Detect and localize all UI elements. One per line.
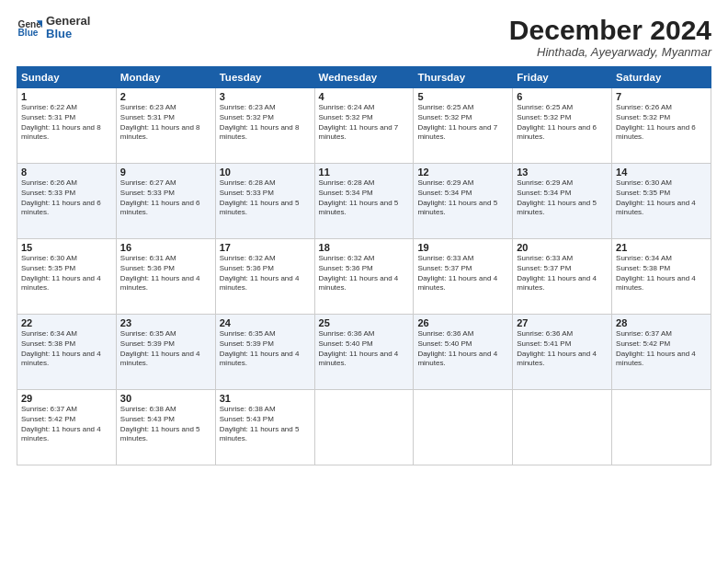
daylight-label: Daylight: 11 hours and 4 minutes. — [616, 274, 696, 293]
day-cell: 14Sunrise: 6:30 AMSunset: 5:35 PMDayligh… — [612, 164, 711, 239]
day-cell: 9Sunrise: 6:27 AMSunset: 5:33 PMDaylight… — [116, 164, 215, 239]
daylight-label: Daylight: 11 hours and 5 minutes. — [220, 425, 300, 443]
logo: General Blue General Blue — [17, 15, 90, 41]
daylight-label: Daylight: 11 hours and 4 minutes. — [616, 199, 696, 217]
week-row-2: 8Sunrise: 6:26 AMSunset: 5:33 PMDaylight… — [17, 164, 711, 239]
location-subtitle: Hinthada, Ayeyarwady, Myanmar — [509, 45, 711, 59]
day-content: Sunrise: 6:25 AMSunset: 5:32 PMDaylight:… — [417, 103, 508, 143]
sunrise-label: Sunrise: 6:33 AM — [417, 254, 473, 262]
sunrise-label: Sunrise: 6:26 AM — [616, 103, 672, 111]
day-cell: 8Sunrise: 6:26 AMSunset: 5:33 PMDaylight… — [17, 164, 117, 239]
day-cell: 15Sunrise: 6:30 AMSunset: 5:35 PMDayligh… — [17, 239, 117, 315]
daylight-label: Daylight: 11 hours and 4 minutes. — [120, 274, 200, 293]
month-title: December 2024 — [509, 15, 711, 45]
day-cell: 19Sunrise: 6:33 AMSunset: 5:37 PMDayligh… — [414, 239, 513, 315]
sunset-label: Sunset: 5:36 PM — [319, 264, 373, 272]
daylight-label: Daylight: 11 hours and 4 minutes. — [517, 274, 597, 293]
day-cell: 24Sunrise: 6:35 AMSunset: 5:39 PMDayligh… — [215, 315, 314, 390]
daylight-label: Daylight: 11 hours and 6 minutes. — [517, 123, 597, 142]
sunrise-label: Sunrise: 6:25 AM — [417, 103, 473, 111]
day-cell: 1Sunrise: 6:22 AMSunset: 5:31 PMDaylight… — [17, 88, 117, 164]
sunset-label: Sunset: 5:36 PM — [220, 264, 274, 272]
daylight-label: Daylight: 11 hours and 5 minutes. — [517, 199, 597, 217]
day-number: 5 — [417, 91, 508, 102]
day-content: Sunrise: 6:35 AMSunset: 5:39 PMDaylight:… — [120, 329, 211, 369]
sunrise-label: Sunrise: 6:29 AM — [417, 178, 473, 187]
sunrise-label: Sunrise: 6:23 AM — [220, 103, 276, 111]
day-content: Sunrise: 6:36 AMSunset: 5:40 PMDaylight:… — [319, 329, 410, 369]
day-number: 7 — [616, 91, 707, 102]
daylight-label: Daylight: 11 hours and 4 minutes. — [517, 350, 597, 368]
sunrise-label: Sunrise: 6:28 AM — [319, 178, 375, 187]
day-cell: 5Sunrise: 6:25 AMSunset: 5:32 PMDaylight… — [414, 88, 513, 164]
daylight-label: Daylight: 11 hours and 8 minutes. — [21, 123, 101, 142]
sunrise-label: Sunrise: 6:27 AM — [120, 178, 176, 187]
day-number: 17 — [220, 242, 311, 253]
sunset-label: Sunset: 5:38 PM — [616, 264, 670, 272]
day-cell: 3Sunrise: 6:23 AMSunset: 5:32 PMDaylight… — [215, 88, 314, 164]
daylight-label: Daylight: 11 hours and 4 minutes. — [417, 350, 497, 368]
sunrise-label: Sunrise: 6:34 AM — [616, 254, 672, 262]
daylight-label: Daylight: 11 hours and 7 minutes. — [319, 123, 399, 142]
sunset-label: Sunset: 5:40 PM — [319, 339, 373, 348]
day-number: 24 — [220, 317, 311, 328]
weekday-header-thursday: Thursday — [414, 67, 513, 88]
day-content: Sunrise: 6:25 AMSunset: 5:32 PMDaylight:… — [517, 103, 608, 143]
day-cell: 23Sunrise: 6:35 AMSunset: 5:39 PMDayligh… — [116, 315, 215, 390]
day-number: 18 — [319, 242, 410, 253]
daylight-label: Daylight: 11 hours and 5 minutes. — [417, 199, 497, 217]
day-cell: 31Sunrise: 6:38 AMSunset: 5:43 PMDayligh… — [215, 390, 314, 465]
day-number: 4 — [319, 91, 410, 102]
sunrise-label: Sunrise: 6:37 AM — [21, 405, 77, 413]
sunset-label: Sunset: 5:32 PM — [220, 113, 274, 121]
sunrise-label: Sunrise: 6:36 AM — [517, 329, 573, 338]
daylight-label: Daylight: 11 hours and 7 minutes. — [417, 123, 497, 142]
sunset-label: Sunset: 5:31 PM — [120, 113, 175, 121]
day-cell: 18Sunrise: 6:32 AMSunset: 5:36 PMDayligh… — [314, 239, 414, 315]
day-number: 3 — [220, 91, 311, 102]
day-content: Sunrise: 6:28 AMSunset: 5:33 PMDaylight:… — [220, 178, 311, 218]
sunset-label: Sunset: 5:43 PM — [120, 415, 175, 423]
svg-text:Blue: Blue — [18, 29, 39, 39]
sunset-label: Sunset: 5:33 PM — [220, 189, 274, 197]
sunrise-label: Sunrise: 6:30 AM — [616, 178, 672, 187]
day-content: Sunrise: 6:30 AMSunset: 5:35 PMDaylight:… — [21, 254, 112, 293]
sunrise-label: Sunrise: 6:36 AM — [319, 329, 375, 338]
sunset-label: Sunset: 5:42 PM — [616, 339, 670, 348]
sunset-label: Sunset: 5:42 PM — [21, 415, 75, 423]
day-number: 23 — [120, 317, 211, 328]
sunrise-label: Sunrise: 6:29 AM — [517, 178, 573, 187]
sunrise-label: Sunrise: 6:25 AM — [517, 103, 573, 111]
daylight-label: Daylight: 11 hours and 6 minutes. — [616, 123, 696, 142]
day-cell: 28Sunrise: 6:37 AMSunset: 5:42 PMDayligh… — [612, 315, 711, 390]
logo-general: General — [46, 15, 90, 28]
day-content: Sunrise: 6:37 AMSunset: 5:42 PMDaylight:… — [616, 329, 707, 369]
day-content: Sunrise: 6:34 AMSunset: 5:38 PMDaylight:… — [21, 329, 112, 369]
weekday-header-wednesday: Wednesday — [314, 67, 414, 88]
day-number: 27 — [517, 317, 608, 328]
day-number: 30 — [120, 393, 211, 404]
sunset-label: Sunset: 5:32 PM — [319, 113, 373, 121]
day-content: Sunrise: 6:32 AMSunset: 5:36 PMDaylight:… — [319, 254, 410, 293]
weekday-header-monday: Monday — [116, 67, 215, 88]
sunset-label: Sunset: 5:41 PM — [517, 339, 571, 348]
calendar-page: General Blue General Blue December 2024 … — [0, 0, 728, 563]
day-cell: 12Sunrise: 6:29 AMSunset: 5:34 PMDayligh… — [414, 164, 513, 239]
sunset-label: Sunset: 5:40 PM — [417, 339, 472, 348]
sunrise-label: Sunrise: 6:38 AM — [120, 405, 176, 413]
day-number: 29 — [21, 393, 112, 404]
logo-blue: Blue — [46, 28, 90, 40]
day-number: 20 — [517, 242, 608, 253]
sunset-label: Sunset: 5:31 PM — [21, 113, 75, 121]
day-content: Sunrise: 6:28 AMSunset: 5:34 PMDaylight:… — [319, 178, 410, 218]
day-content: Sunrise: 6:33 AMSunset: 5:37 PMDaylight:… — [417, 254, 508, 293]
day-number: 31 — [220, 393, 311, 404]
day-content: Sunrise: 6:26 AMSunset: 5:32 PMDaylight:… — [616, 103, 707, 143]
day-cell: 26Sunrise: 6:36 AMSunset: 5:40 PMDayligh… — [414, 315, 513, 390]
day-content: Sunrise: 6:27 AMSunset: 5:33 PMDaylight:… — [120, 178, 211, 218]
sunset-label: Sunset: 5:33 PM — [21, 189, 75, 197]
day-number: 25 — [319, 317, 410, 328]
day-cell: 20Sunrise: 6:33 AMSunset: 5:37 PMDayligh… — [513, 239, 612, 315]
day-number: 6 — [517, 91, 608, 102]
day-number: 19 — [417, 242, 508, 253]
